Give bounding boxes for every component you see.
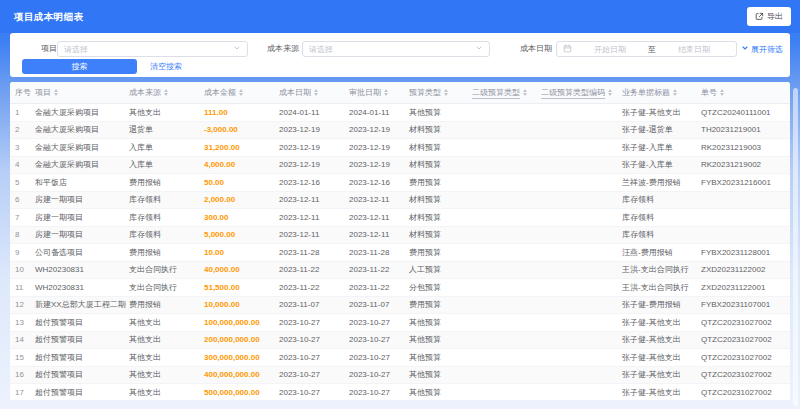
table-cell-approval_date: 2023-10-27	[349, 335, 409, 344]
column-header-cost_source[interactable]: 成本来源	[129, 87, 204, 98]
table-cell-approval_date: 2023-10-27	[349, 318, 409, 327]
table-cell-doc_no: QTZC20231027002	[701, 335, 790, 344]
table-cell-index: 17	[15, 388, 35, 397]
search-button[interactable]: 搜索	[22, 59, 137, 74]
cost-source-select-placeholder: 请选择	[309, 44, 475, 55]
table-row: 1金融大厦采购项目其他支出111.002024-01-112024-01-11其…	[10, 104, 790, 122]
column-header-label: 二级预算类型	[472, 87, 520, 99]
column-header-approval_date[interactable]: 审批日期	[349, 87, 409, 98]
table-cell-doc_no: QTZC20231027002	[701, 353, 790, 362]
sort-icon[interactable]	[608, 89, 612, 96]
table-row: 8房建一期项目库存领料5,000.002023-12-112023-12-11材…	[10, 227, 790, 245]
table-cell-approval_date: 2023-10-27	[349, 353, 409, 362]
table-cell-cost_amount: 40,000.00	[204, 265, 279, 274]
table-cell-cost_date: 2023-11-22	[279, 283, 349, 292]
table-cell-cost_date: 2023-12-11	[279, 213, 349, 222]
filter-panel: 项目 请选择 成本来源 请选择 成本日期 开始日期 至 结束日期 展开筛选	[10, 33, 790, 77]
table-cell-cost_source: 费用报销	[129, 247, 204, 258]
table-row: 10WH20230831支出合同执行40,000.002023-11-22202…	[10, 262, 790, 280]
table-cell-doc_no: TH20231219001	[701, 125, 790, 134]
table-cell-cost_amount: 100,000,000.00	[204, 318, 279, 327]
table-cell-cost_amount: 500,000,000.00	[204, 388, 279, 397]
table-cell-project: 超付预警项目	[35, 334, 129, 345]
column-header-budget_type[interactable]: 预算类型	[409, 87, 472, 98]
table-cell-index: 9	[15, 248, 35, 257]
clear-search-link[interactable]: 清空搜索	[150, 59, 182, 74]
sort-icon[interactable]	[314, 89, 318, 96]
table-cell-approval_date: 2023-12-19	[349, 160, 409, 169]
table-row: 14超付预警项目其他支出200,000,000.002023-10-272023…	[10, 332, 790, 350]
table-cell-doc_no: QTZC20231027002	[701, 318, 790, 327]
table-cell-cost_amount: -3,000.00	[204, 125, 279, 134]
sort-icon[interactable]	[239, 89, 243, 96]
column-header-project[interactable]: 项目	[35, 87, 129, 98]
export-button[interactable]: 导出	[747, 7, 791, 26]
project-select[interactable]: 请选择	[57, 41, 248, 57]
table-cell-index: 5	[15, 178, 35, 187]
table-cell-cost_date: 2023-10-27	[279, 370, 349, 379]
table-cell-index: 2	[15, 125, 35, 134]
column-header-cost_amount[interactable]: 成本金额	[204, 87, 279, 98]
table-row: 2金融大厦采购项目退货单-3,000.002023-12-192023-12-1…	[10, 122, 790, 140]
column-header-budget_type_l2[interactable]: 二级预算类型	[472, 87, 541, 99]
table-cell-budget_type: 费用预算	[409, 177, 472, 188]
chevron-down-icon	[233, 44, 241, 54]
vertical-scrollbar[interactable]	[793, 88, 798, 406]
column-header-budget_type_l2_code[interactable]: 二级预算类型编码	[541, 87, 622, 99]
cost-source-select[interactable]: 请选择	[302, 41, 490, 57]
table-cell-approval_date: 2023-11-22	[349, 265, 409, 274]
table-cell-approval_date: 2023-12-11	[349, 230, 409, 239]
table-cell-approval_date: 2023-11-22	[349, 283, 409, 292]
export-button-label: 导出	[767, 11, 783, 22]
sort-icon[interactable]	[164, 89, 168, 96]
table-cell-budget_type: 材料预算	[409, 229, 472, 240]
date-range-separator: 至	[648, 44, 656, 55]
table-cell-cost_amount: 400,000,000.00	[204, 370, 279, 379]
table-cell-doc_title: 张子健-其他支出	[622, 387, 701, 398]
table-cell-cost_source: 其他支出	[129, 387, 204, 398]
table-cell-doc_title: 张子健-其他支出	[622, 352, 701, 363]
table-cell-approval_date: 2023-10-27	[349, 388, 409, 397]
table-row: 15超付预警项目其他支出300,000,000.002023-10-272023…	[10, 349, 790, 367]
sort-icon[interactable]	[673, 89, 677, 96]
search-button-label: 搜索	[72, 61, 88, 72]
table-cell-doc_title: 张子健-入库单	[622, 159, 701, 170]
table-cell-budget_type: 材料预算	[409, 194, 472, 205]
table-cell-cost_source: 其他支出	[129, 317, 204, 328]
column-header-doc_title[interactable]: 业务单据标题	[622, 87, 701, 98]
sort-icon[interactable]	[720, 89, 724, 96]
expand-filters-link[interactable]: 展开筛选	[741, 41, 783, 57]
table-cell-doc_title: 库存领料	[622, 194, 701, 205]
table-cell-approval_date: 2023-11-28	[349, 248, 409, 257]
column-header-label: 二级预算类型编码	[541, 87, 605, 99]
table-cell-cost_amount: 50.00	[204, 178, 279, 187]
table-cell-doc_title: 张子健-其他支出	[622, 334, 701, 345]
table-cell-doc_no: FYBX20231128001	[701, 248, 790, 257]
sort-icon[interactable]	[444, 89, 448, 96]
table-cell-index: 3	[15, 143, 35, 152]
table-cell-doc_no: FYBX20231216001	[701, 178, 790, 187]
table-cell-cost_amount: 300,000,000.00	[204, 353, 279, 362]
sort-icon[interactable]	[384, 89, 388, 96]
table-cell-index: 1	[15, 108, 35, 117]
table-cell-cost_source: 其他支出	[129, 352, 204, 363]
cost-date-range-picker[interactable]: 开始日期 至 结束日期	[556, 41, 737, 57]
column-header-cost_date[interactable]: 成本日期	[279, 87, 349, 98]
column-header-doc_no[interactable]: 单号	[701, 87, 790, 98]
table-cell-project: 金融大厦采购项目	[35, 107, 129, 118]
table-cell-cost_source: 入库单	[129, 142, 204, 153]
table-row: 16超付预警项目其他支出400,000,000.002023-10-272023…	[10, 367, 790, 385]
sort-icon[interactable]	[523, 89, 527, 96]
table-cell-doc_title: 王洪-支出合同执行	[622, 282, 701, 293]
table-cell-cost_amount: 111.00	[204, 108, 279, 117]
table-cell-cost_source: 费用报销	[129, 299, 204, 310]
table-cell-cost_source: 入库单	[129, 159, 204, 170]
table-cell-cost_amount: 2,000.00	[204, 195, 279, 204]
table-cell-index: 16	[15, 370, 35, 379]
sort-icon[interactable]	[54, 89, 58, 96]
table-cell-cost_date: 2023-12-19	[279, 143, 349, 152]
table-cell-index: 13	[15, 318, 35, 327]
table-cell-project: WH20230831	[35, 265, 129, 274]
start-date-input[interactable]: 开始日期	[574, 44, 646, 55]
end-date-input[interactable]: 结束日期	[658, 44, 730, 55]
